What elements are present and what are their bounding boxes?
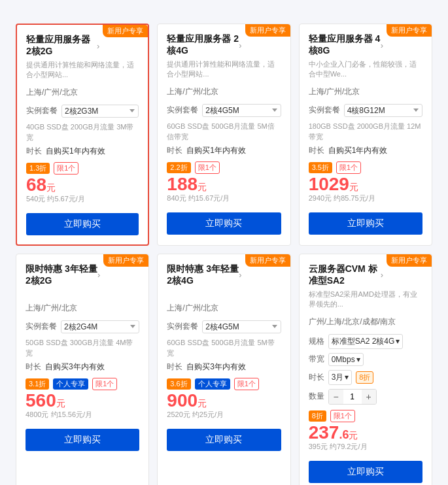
discount-badge: 3.1折 [26,378,49,390]
duration-value: 自购买1年内有效 [46,146,105,157]
product-card-6: 新用户专享 云服务器CVM 标准型SA2 › 标准型SA2采用AMD处理器，有业… [299,254,432,485]
price-original: 840元 约15.67元/月 [167,193,281,203]
duration-label: 时长 [309,372,324,383]
price-value: 1029 [309,175,349,193]
new-user-badge: 新用户专享 [103,25,148,37]
price-original: 2520元 约25元/月 [167,410,281,420]
buy-button[interactable]: 立即购买 [309,212,422,235]
page-container: 新用户专享 轻量应用服务器 2核2G › 提供通用计算性能和网络流量，适合小型网… [16,24,432,485]
instance-select[interactable]: 2核2G4M [61,320,139,333]
duration-label: 时长 [26,361,41,373]
card-title-row: 限时特惠 3年轻量2核4G › [167,263,241,287]
personal-badge: 个人专享 [195,378,230,390]
buy-button[interactable]: 立即购买 [167,429,281,451]
product-card-5: 新用户专享 限时特惠 3年轻量2核4G › 上海/广州/北京 实例套餐 2核4G… [157,254,290,485]
duration-label: 时长 [167,145,182,156]
price-main-row: 188 元 [167,175,281,193]
price-original: 2940元 约85.75元/月 [309,193,422,203]
price-row: 8折限1个 [309,410,422,422]
card-title-row: 限时特惠 3年轻量2核2G › [26,263,100,287]
duration-row: 时长 自购买3年内有效 [167,361,281,373]
stepper-minus-button[interactable]: − [329,390,343,404]
card-desc: 提供通用计算性能和网络流量，适合小型网站... [167,59,281,80]
duration-label: 时长 [167,361,182,373]
price-row: 3.1折个人专享限1个 [26,378,139,390]
card-desc: 提供通用计算性能和网络流量，适合小型网站... [26,60,139,80]
card-arrow-icon[interactable]: › [381,270,383,280]
price-value: 560 [26,392,56,410]
card-region: 上海/广州/北京 [26,87,139,98]
instance-select[interactable]: 2核4G5M [202,320,281,333]
price-main-row: 1029 元 [309,175,422,193]
price-original: 4800元 约15.56元/月 [26,410,139,420]
instance-row: 实例套餐 2核2G3M [26,105,139,118]
discount-badge: 8折 [309,410,326,422]
config-detail: 60GB SSD盘 500GB月流量 5M倍信带宽 [167,121,281,142]
dur-chevron-icon: ▾ [345,373,349,382]
duration-select[interactable]: 3月 ▾ [328,370,353,385]
product-card-1: 新用户专享 轻量应用服务器 2核2G › 提供通用计算性能和网络流量，适合小型网… [16,24,149,246]
card-arrow-icon[interactable]: › [381,41,383,50]
product-card-3: 新用户专享 轻量应用服务器 4核8G › 中小企业入门必备，性能较强，适合中型W… [299,24,432,246]
quantity-stepper[interactable]: − + [328,389,377,405]
duration-value: 自购买3年内有效 [45,361,105,373]
duration-label: 时长 [26,146,42,157]
bandwidth-select[interactable]: 0Mbps ▾ [328,353,364,366]
price-original: 540元 约5.67元/月 [26,194,139,204]
quantity-input[interactable] [343,392,362,401]
price-unit: 元 [46,182,56,194]
price-row: 3.5折限1个 [309,161,422,174]
price-row: 1.3折限1个 [26,162,139,175]
card-title: 轻量应用服务器 4核8G [309,33,381,57]
buy-button[interactable]: 立即购买 [26,429,139,451]
card-title: 云服务器CVM 标准型SA2 [309,263,381,287]
instance-label: 实例套餐 [26,321,57,332]
card-title: 轻量应用服务器 2核2G [26,34,97,58]
price-row: 2.2折限1个 [167,161,281,174]
price-main-row: 900 元 [167,392,281,410]
limit-badge: 限1个 [92,378,117,390]
spec-chevron-icon: ▾ [396,337,400,346]
card-arrow-icon[interactable]: › [239,41,241,50]
card-title: 限时特惠 3年轻量2核2G [26,263,97,287]
card-title-row: 轻量应用服务器 2核2G › [26,34,99,58]
card-arrow-icon[interactable]: › [239,270,241,280]
price-original: 395元 约79.2元/月 [309,442,422,452]
instance-label: 实例套餐 [26,105,58,116]
config-detail: 60GB SSD盘 500GB月流量 5M带宽 [167,337,281,359]
instance-row: 实例套餐 2核2G4M [26,320,139,333]
instance-select[interactable]: 2核4G5M [202,104,281,117]
price-value: 900 [167,392,198,410]
instance-select[interactable]: 4核8G12M [344,104,422,117]
buy-button[interactable]: 立即购买 [26,213,139,235]
product-card-4: 新用户专享 限时特惠 3年轻量2核2G › 上海/广州/北京 实例套餐 2核2G… [16,254,149,485]
card-title-row: 轻量应用服务器 2核4G › [167,33,241,57]
card-region: 上海/广州/北京 [26,303,139,314]
duration-value: 自购买1年内有效 [328,145,388,156]
spec-select[interactable]: 标准型SA2 2核4G ▾ [328,334,404,349]
price-unit: 元 [56,398,65,410]
config-detail: 180GB SSD盘 2000GB月流量 12M带宽 [309,121,422,142]
instance-label: 实例套餐 [167,105,198,116]
card-desc [26,290,139,296]
discount-badge: 1.3折 [26,163,50,174]
instance-row: 实例套餐 2核4G5M [167,320,281,333]
instance-select[interactable]: 2核2G3M [61,105,139,118]
card-arrow-icon[interactable]: › [97,270,100,280]
new-user-badge: 新用户专享 [103,254,148,267]
spec-value: 标准型SA2 2核4G [332,336,395,347]
card-arrow-icon[interactable]: › [97,41,99,51]
buy-button[interactable]: 立即购买 [167,212,281,235]
time-discount-badge: 8折 [356,371,373,384]
new-user-badge: 新用户专享 [387,254,432,267]
spec-row: 规格 标准型SA2 2核4G ▾ [309,334,422,349]
stepper-plus-button[interactable]: + [362,390,376,404]
price-main-row: 237.6 元 [309,424,422,442]
price-row: 3.6折个人专享限1个 [167,378,281,390]
card-desc: 中小企业入门必备，性能较强，适合中型We... [309,59,422,80]
personal-badge: 个人专享 [53,378,88,390]
product-card-2: 新用户专享 轻量应用服务器 2核4G › 提供通用计算性能和网络流量，适合小型网… [157,24,290,246]
card-desc: 标准型SA2采用AMD处理器，有业界领先的... [309,290,422,310]
price-main-row: 68 元 [26,176,139,194]
buy-button[interactable]: 立即购买 [309,461,422,483]
